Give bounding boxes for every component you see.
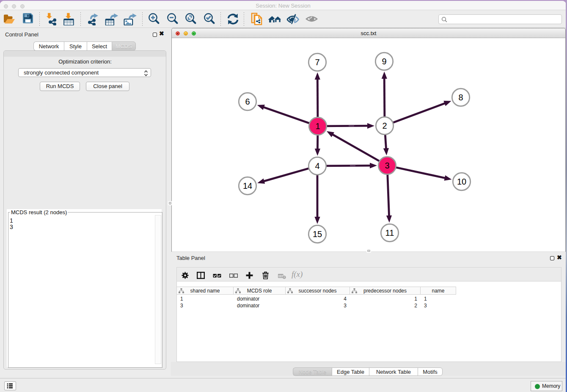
svg-text:1: 1 [315, 121, 320, 131]
svg-text:3: 3 [385, 161, 389, 170]
svg-text:6: 6 [245, 97, 250, 106]
svg-text:14: 14 [243, 181, 252, 190]
svg-text:9: 9 [382, 57, 386, 66]
svg-text:4: 4 [315, 161, 319, 171]
svg-text:11: 11 [385, 228, 394, 237]
svg-text:15: 15 [313, 229, 322, 239]
svg-text:7: 7 [315, 58, 319, 67]
svg-text:8: 8 [458, 93, 463, 102]
svg-text:10: 10 [457, 177, 466, 186]
svg-text:2: 2 [382, 121, 387, 130]
